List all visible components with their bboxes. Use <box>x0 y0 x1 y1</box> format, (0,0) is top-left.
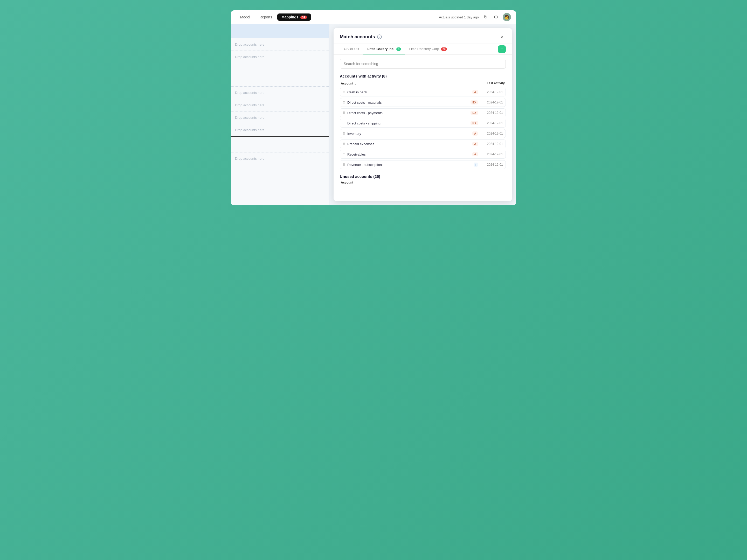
actuals-status: Actuals updated 1 day ago <box>439 15 479 19</box>
modal-body: Accounts with activity (8) Account ↓ Las… <box>334 55 512 201</box>
sort-icon[interactable]: ↓ <box>354 81 356 85</box>
drag-handle-icon: ⠿ <box>343 90 345 94</box>
tab-model[interactable]: Model <box>236 14 254 21</box>
avatar[interactable]: 🧑 <box>503 13 511 21</box>
search-input[interactable] <box>340 59 506 69</box>
type-badge: A <box>472 152 478 156</box>
drag-handle-icon: ⠿ <box>343 163 345 167</box>
nav-tab-group: Model Reports Mappings 32 <box>236 14 311 21</box>
type-badge: EX <box>470 100 478 105</box>
unused-accounts-section: Unused accounts (25) Account <box>340 174 506 186</box>
account-row[interactable]: ⠿ Prepaid expenses A 2024-12-01 <box>340 139 506 148</box>
account-row[interactable]: ⠿ Receivables A 2024-12-01 <box>340 150 506 159</box>
type-badge: A <box>472 142 478 146</box>
drop-zone-6[interactable]: Drop accounts here <box>231 99 329 111</box>
sidebar: Drop accounts here Drop accounts here Dr… <box>231 24 329 205</box>
little-bakery-badge: 8 <box>396 48 401 51</box>
sidebar-highlighted-area <box>231 24 329 38</box>
drop-zone-2[interactable]: Drop accounts here <box>231 51 329 63</box>
modal-title-group: Match accounts ? <box>340 34 382 40</box>
drop-zone-8[interactable]: Drop accounts here <box>231 124 329 136</box>
accounts-table-header: Account ↓ Last activity <box>340 81 506 88</box>
tab-mappings[interactable]: Mappings 32 <box>277 14 311 21</box>
drop-zone-1[interactable]: Drop accounts here <box>231 38 329 51</box>
nav-right-section: Actuals updated 1 day ago ↻ ⚙ 🧑 <box>439 13 511 21</box>
drag-handle-icon: ⠿ <box>343 132 345 136</box>
type-badge: I <box>473 163 478 167</box>
type-badge: EX <box>470 111 478 115</box>
sidebar-spacer-3 <box>231 165 329 186</box>
account-row[interactable]: ⠿ Direct costs - materials EX 2024-12-01 <box>340 98 506 107</box>
modal-title-text: Match accounts <box>340 34 375 40</box>
unused-accounts-title: Unused accounts (25) <box>340 174 506 179</box>
unused-table-header: Account <box>340 181 506 186</box>
drop-zone-10[interactable]: Drop accounts here <box>231 153 329 165</box>
type-badge: EX <box>470 121 478 125</box>
top-navigation: Model Reports Mappings 32 Actuals update… <box>231 10 516 24</box>
drop-zone-7[interactable]: Drop accounts here <box>231 111 329 124</box>
tab-little-bakery[interactable]: Little Bakery Inc. 8 <box>363 44 405 54</box>
tab-usd-eur[interactable]: USD/EUR <box>340 44 363 54</box>
drag-handle-icon: ⠿ <box>343 101 345 105</box>
type-badge: A <box>472 90 478 94</box>
match-accounts-modal: Match accounts ? × USD/EUR Little Bakery… <box>334 28 512 201</box>
accounts-with-activity-title: Accounts with activity (8) <box>340 74 506 78</box>
tab-little-roastery[interactable]: Little Roastery Corp 24 <box>405 44 451 54</box>
drag-handle-icon: ⠿ <box>343 153 345 156</box>
help-icon[interactable]: ? <box>377 34 382 39</box>
account-row[interactable]: ⠿ Revenue - subscriptions I 2024-12-01 <box>340 160 506 169</box>
close-button[interactable]: × <box>498 33 506 41</box>
settings-icon[interactable]: ⚙ <box>492 14 499 21</box>
main-container: Drop accounts here Drop accounts here Dr… <box>231 24 516 205</box>
drag-handle-icon: ⠿ <box>343 142 345 146</box>
add-tab-button[interactable]: + <box>498 45 506 53</box>
sidebar-spacer-2 <box>231 137 329 153</box>
account-row[interactable]: ⠿ Cash in bank A 2024-12-01 <box>340 88 506 97</box>
account-row[interactable]: ⠿ Direct costs - payments EX 2024-12-01 <box>340 108 506 117</box>
sidebar-spacer-1 <box>231 63 329 87</box>
modal-header: Match accounts ? × <box>334 28 512 44</box>
account-row[interactable]: ⠿ Inventory A 2024-12-01 <box>340 129 506 138</box>
type-badge: A <box>472 131 478 136</box>
modal-tab-group: USD/EUR Little Bakery Inc. 8 Little Roas… <box>334 44 512 55</box>
mappings-badge: 32 <box>300 16 307 19</box>
drag-handle-icon: ⠿ <box>343 121 345 125</box>
account-row[interactable]: ⠿ Direct costs - shipping EX 2024-12-01 <box>340 119 506 128</box>
drag-handle-icon: ⠿ <box>343 111 345 115</box>
little-roastery-badge: 24 <box>441 48 447 51</box>
drop-zone-5[interactable]: Drop accounts here <box>231 87 329 99</box>
refresh-icon[interactable]: ↻ <box>482 14 489 21</box>
tab-reports[interactable]: Reports <box>255 14 276 21</box>
